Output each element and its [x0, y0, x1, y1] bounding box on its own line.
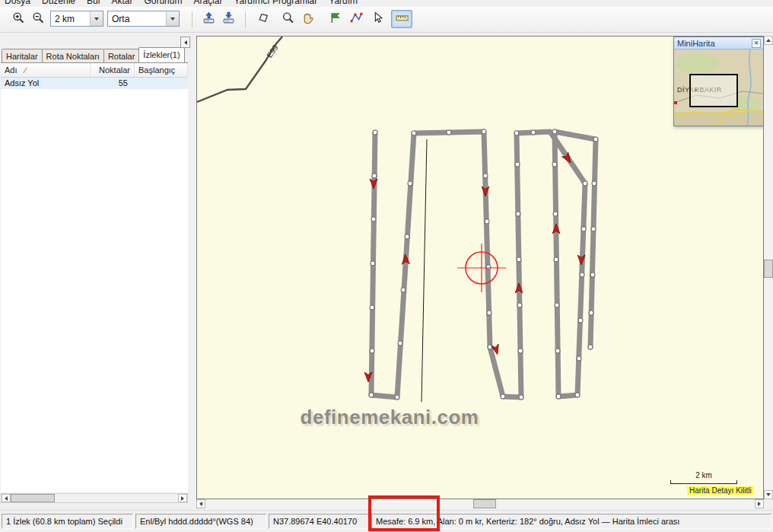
menu-item-yardimci-programlar[interactable]: Yardımcı Programlar — [234, 0, 317, 6]
menu-item-araclar[interactable]: Araçlar — [193, 0, 222, 6]
minimap-titlebar[interactable]: MiniHarita ✕ — [674, 37, 764, 49]
sidebar-hscrollbar[interactable] — [1, 493, 188, 503]
distance-bearing-tool-button[interactable] — [391, 10, 412, 28]
track-point[interactable] — [515, 162, 520, 167]
track-point[interactable] — [593, 137, 598, 142]
track-point[interactable] — [580, 272, 584, 277]
tab-rotalar[interactable]: Rotalar — [103, 49, 139, 62]
track-point[interactable] — [514, 131, 519, 135]
track-point[interactable] — [518, 349, 523, 353]
track-point[interactable] — [581, 227, 586, 231]
menu-item-aktar[interactable]: Aktar — [111, 0, 132, 6]
track-point[interactable] — [483, 174, 488, 178]
scroll-track[interactable] — [11, 494, 178, 502]
map-vscrollbar[interactable] — [764, 36, 773, 499]
track-point[interactable] — [482, 129, 486, 134]
track-point[interactable] — [373, 130, 377, 135]
track-point[interactable] — [405, 234, 409, 239]
zoom-scale-dropdown-button[interactable] — [90, 11, 103, 26]
track-point[interactable] — [578, 318, 583, 323]
scroll-up-button[interactable] — [764, 36, 773, 45]
track-point[interactable] — [552, 129, 557, 134]
track-point[interactable] — [516, 212, 520, 216]
minimap-window[interactable]: MiniHarita ✕ DİYARBAKIR — [673, 37, 764, 126]
track-line[interactable] — [371, 132, 596, 397]
track-point[interactable] — [485, 219, 489, 224]
tab-rota-noktalari[interactable]: Rota Noktaları — [42, 49, 104, 62]
track-point[interactable] — [589, 311, 593, 315]
tab-izlekler[interactable]: İzlekler(1) — [138, 47, 184, 62]
track-point[interactable] — [588, 345, 593, 349]
map-hscrollbar[interactable] — [196, 499, 764, 508]
track-point[interactable] — [501, 394, 505, 399]
table-row[interactable]: Adsız Yol 55 — [1, 78, 188, 89]
route-tool-button[interactable] — [347, 10, 365, 28]
scroll-thumb[interactable] — [11, 494, 55, 502]
track-point[interactable] — [488, 345, 492, 349]
track-point[interactable] — [395, 395, 399, 400]
zoom-tool-button[interactable] — [278, 10, 297, 28]
menu-item-duzenle[interactable]: Düzenle — [42, 0, 75, 6]
column-header-baslangic[interactable]: Başlangıç — [135, 63, 188, 77]
scroll-right-button[interactable] — [755, 499, 764, 508]
track-point[interactable] — [371, 217, 376, 221]
waypoint-tool-button[interactable] — [326, 10, 344, 28]
selection-tool-button[interactable] — [368, 10, 386, 28]
track-point[interactable] — [447, 130, 451, 135]
pan-tool-button[interactable] — [298, 10, 317, 28]
track-point[interactable] — [369, 393, 374, 397]
receive-from-device-button[interactable] — [219, 10, 237, 28]
track-point[interactable] — [592, 181, 596, 186]
detail-level-combobox[interactable]: Orta — [107, 11, 180, 27]
track-point[interactable] — [371, 261, 375, 266]
track-point[interactable] — [370, 349, 374, 353]
track-point[interactable] — [591, 227, 596, 231]
track-point[interactable] — [577, 356, 581, 361]
track-point[interactable] — [398, 341, 402, 346]
track-point[interactable] — [555, 349, 560, 353]
track-point[interactable] — [401, 288, 406, 292]
zoom-out-button[interactable] — [29, 10, 47, 28]
track-point[interactable] — [583, 181, 587, 186]
menu-item-yardim[interactable]: Yardım — [329, 0, 358, 6]
track-point[interactable] — [517, 303, 522, 307]
menu-item-bul[interactable]: Bul — [87, 0, 100, 6]
track-point[interactable] — [575, 393, 580, 397]
scroll-down-button[interactable] — [764, 490, 773, 499]
column-header-adi[interactable]: Adı ∕ — [1, 63, 91, 77]
track-point[interactable] — [517, 257, 521, 262]
map-canvas[interactable]: E99 definemekani.com MiniHarita ✕ DİYARB… — [196, 36, 764, 499]
zoom-scale-combobox[interactable]: 2 km — [50, 11, 103, 27]
track-point[interactable] — [555, 303, 559, 307]
menu-item-dosya[interactable]: Dosya — [5, 0, 30, 6]
minimap-map[interactable]: DİYARBAKIR — [674, 49, 764, 126]
map-select-tool-button[interactable] — [254, 10, 272, 28]
track-point[interactable] — [372, 174, 377, 178]
track-point[interactable] — [556, 394, 561, 399]
minimap-close-button[interactable]: ✕ — [752, 39, 761, 48]
track-point[interactable] — [519, 395, 523, 400]
track-point[interactable] — [370, 305, 374, 310]
zoom-in-button[interactable] — [9, 10, 27, 28]
minimap-viewport-rect[interactable] — [689, 74, 738, 107]
track-point[interactable] — [486, 265, 491, 269]
track-point[interactable] — [554, 257, 558, 262]
track-point[interactable] — [531, 130, 536, 135]
scroll-track[interactable] — [764, 45, 773, 490]
column-header-noktalar[interactable]: Noktalar — [91, 63, 135, 77]
tab-haritalar[interactable]: Haritalar — [2, 49, 43, 62]
scroll-left-button[interactable] — [196, 499, 205, 508]
menu-item-gorunum[interactable]: Görünüm — [144, 0, 182, 6]
collapse-panel-button[interactable] — [180, 37, 190, 48]
scroll-thumb[interactable] — [473, 499, 496, 508]
scroll-right-button[interactable] — [178, 494, 187, 502]
track-point[interactable] — [408, 181, 412, 186]
track-point[interactable] — [487, 311, 491, 315]
track-point[interactable] — [590, 272, 595, 277]
track-point[interactable] — [552, 162, 557, 167]
send-to-device-button[interactable] — [199, 10, 218, 28]
scroll-track[interactable] — [205, 499, 755, 508]
scroll-left-button[interactable] — [2, 494, 11, 502]
track-point[interactable] — [553, 212, 558, 216]
detail-level-dropdown-button[interactable] — [166, 11, 179, 26]
